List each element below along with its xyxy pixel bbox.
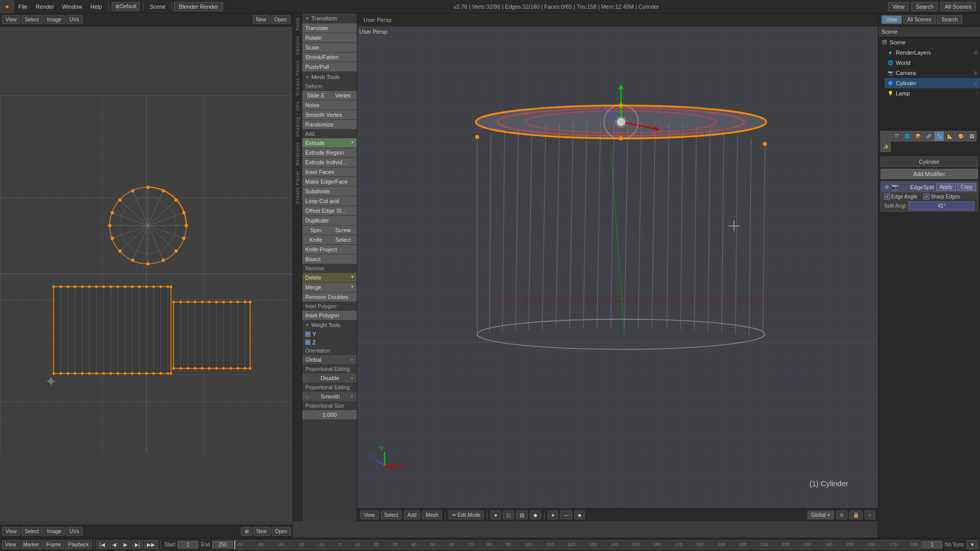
timeline-marker-btn[interactable]: Marker — [20, 540, 42, 549]
view-btn[interactable]: View — [888, 2, 910, 11]
vs-texture-btn[interactable]: ▤ — [516, 511, 528, 519]
uv-icon1[interactable]: ⊞ — [241, 527, 252, 536]
uv-new-bottom-btn[interactable]: New — [253, 527, 271, 536]
scene-icon-btn[interactable]: 🎬 — [891, 131, 901, 141]
search-tab[interactable]: Search — [937, 15, 963, 24]
edge-angle-check[interactable]: ✓ Edge Angle — [884, 193, 917, 199]
material-icon-btn[interactable]: 🎨 — [955, 131, 966, 141]
next-frame-btn[interactable]: ▶| — [132, 540, 143, 549]
knife-project-btn[interactable]: Knife Project — [302, 245, 357, 255]
bisect-btn[interactable]: Bisect — [302, 255, 357, 264]
viewport-canvas[interactable]: User Persp — [357, 27, 878, 521]
spin-btn[interactable]: Spin — [302, 226, 330, 235]
menu-render[interactable]: Render — [32, 0, 58, 13]
uv-bottom-view-btn[interactable]: View — [2, 527, 20, 536]
proportional-editing-dropdown[interactable]: ○ Disable — [302, 373, 357, 383]
offset-edge-sl-btn[interactable]: Offset Edge Sl... — [302, 206, 357, 216]
data-icon-btn[interactable]: 📐 — [945, 131, 955, 141]
timeline-frame-btn[interactable]: Frame — [43, 540, 64, 549]
inset-polygon-btn[interactable]: Inset Polygon — [302, 311, 357, 320]
vs-pivot-btn[interactable]: ⊙ — [836, 511, 847, 519]
rotate-btn[interactable]: Rotate — [302, 33, 357, 43]
screw-btn[interactable]: Screw — [330, 226, 357, 235]
edge-angle-checkbox[interactable]: ✓ — [884, 193, 890, 199]
smooth-dropdown[interactable]: △ Smooth — [302, 392, 357, 402]
prop-size-value[interactable]: 1.000 — [302, 410, 357, 420]
uv-image-btn[interactable]: Image — [43, 15, 65, 24]
extrude-region-btn[interactable]: Extrude Region — [302, 148, 357, 158]
all-scenes-tab[interactable]: All Scenes — [903, 15, 936, 24]
vs-edge-select[interactable]: — — [560, 511, 572, 519]
world-icon-btn[interactable]: 🌐 — [902, 131, 912, 141]
vertex-btn[interactable]: Vertex — [330, 91, 357, 101]
inset-faces-btn[interactable]: Inset Faces — [302, 167, 357, 177]
extrude-individ-btn[interactable]: Extrude Individ... — [302, 158, 357, 167]
uv-uvs-btn[interactable]: UVs — [66, 15, 83, 24]
duplicate-btn[interactable]: Duplicate — [302, 216, 357, 226]
modifier-icon-btn[interactable]: 🔧 — [934, 131, 944, 141]
start-frame-input[interactable]: 1 — [178, 541, 198, 548]
object-icon-btn[interactable]: 📦 — [913, 131, 923, 141]
y-checkbox[interactable]: ✓ — [305, 332, 310, 337]
menu-window[interactable]: Window — [58, 0, 86, 13]
vs-proportional-btn[interactable]: ○ — [865, 511, 875, 519]
vs-snap-btn[interactable]: 🔒 — [849, 511, 863, 519]
push-pull-btn[interactable]: Push/Pull — [302, 62, 357, 72]
modifier-copy-btn[interactable]: Copy — [957, 183, 976, 191]
particles-icon-btn[interactable]: ✨ — [880, 142, 891, 152]
noise-btn[interactable]: Noise — [302, 101, 357, 110]
sync-dropdown[interactable]: ▼ — [967, 540, 978, 549]
vs-wire-btn[interactable]: ◻ — [503, 511, 514, 519]
vs-select-btn[interactable]: Select — [381, 511, 402, 519]
menu-file[interactable]: File — [14, 0, 32, 13]
timeline-playback-btn[interactable]: Playback — [65, 540, 92, 549]
vs-solid-btn[interactable]: ● — [491, 511, 501, 519]
prev-frame-btn[interactable]: ◀ — [109, 540, 119, 549]
modifier-apply-btn[interactable]: Apply — [936, 183, 956, 191]
menu-help[interactable]: Help — [86, 0, 106, 13]
weight-tools-header[interactable]: Weight Tools — [302, 320, 357, 330]
mesh-tools-section-header[interactable]: Mesh Tools — [302, 72, 357, 82]
uv-bottom-select-btn[interactable]: Select — [21, 527, 43, 536]
transform-section-header[interactable]: Transform — [302, 13, 357, 23]
uv-select-btn[interactable]: Select — [21, 15, 43, 24]
scale-btn[interactable]: Scale — [302, 43, 357, 53]
vs-global-dropdown[interactable]: Global — [807, 511, 834, 519]
loop-cut-btn[interactable]: Loop Cut and — [302, 196, 357, 206]
vs-mesh-btn[interactable]: Mesh — [422, 511, 442, 519]
add-modifier-btn[interactable]: Add Modifier — [880, 169, 978, 179]
outliner-camera[interactable]: 📷 Camera ⊞ — [885, 68, 980, 78]
jump-start-btn[interactable]: |◀ — [96, 540, 108, 549]
strip-options[interactable]: Options — [294, 34, 301, 57]
timeline-bar[interactable]: -50-40-30-20-10 010203040 5060708090 100… — [234, 540, 921, 549]
sharp-edges-check[interactable]: ✓ Sharp Edges — [923, 193, 960, 199]
uv-view-btn[interactable]: View — [2, 15, 20, 24]
smooth-vertex-btn[interactable]: Smooth Vertex — [302, 110, 357, 120]
orientation-dropdown[interactable]: Global — [302, 355, 357, 365]
strip-shading-uvs[interactable]: Shading / UVs — [294, 99, 301, 139]
randomize-btn[interactable]: Randomize — [302, 120, 357, 130]
uv-bottom-image-btn[interactable]: Image — [43, 527, 65, 536]
outliner-renderlayers[interactable]: ■ RenderLayers ⊞ — [885, 47, 980, 58]
vs-view-btn[interactable]: View — [360, 511, 379, 519]
z-checkbox[interactable]: ✓ — [305, 340, 310, 345]
merge-btn[interactable]: Merge — [302, 283, 357, 292]
outliner-lamp[interactable]: 💡 Lamp | — [885, 88, 980, 98]
texture-icon-btn[interactable]: 🖼 — [966, 131, 976, 141]
vs-face-select[interactable]: ■ — [574, 511, 584, 519]
all-scenes-btn[interactable]: All Scenes — [940, 2, 976, 11]
make-edge-face-btn[interactable]: Make Edge/Face — [302, 177, 357, 187]
knife-btn[interactable]: Knife — [302, 235, 330, 245]
slide-e-btn[interactable]: Slide E — [302, 91, 330, 101]
end-frame-input[interactable] — [212, 541, 233, 548]
render-icon-btn[interactable]: 🎥 — [880, 131, 891, 141]
outliner-cylinder[interactable]: 🔷 Cylinder ⊞ — [885, 78, 980, 88]
play-btn[interactable]: ▶ — [120, 540, 131, 549]
translate-btn[interactable]: Translate — [302, 23, 357, 33]
sharp-edges-checkbox[interactable]: ✓ — [923, 193, 929, 199]
current-frame-input[interactable] — [922, 541, 942, 548]
search-btn[interactable]: Search — [911, 2, 938, 11]
uv-new-btn[interactable]: New — [253, 15, 270, 24]
uv-bottom-uvs-btn[interactable]: UVs — [66, 527, 83, 536]
engine-selector[interactable]: Blender Render — [174, 2, 223, 11]
